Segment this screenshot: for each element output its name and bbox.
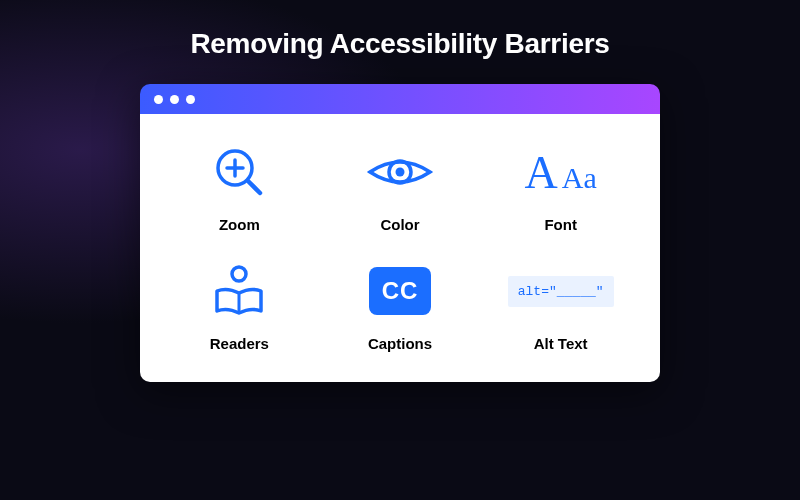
alt-code-snippet: alt="_____" (508, 276, 614, 307)
window-dot (186, 95, 195, 104)
alt-text-icon: alt="_____" (508, 261, 614, 321)
svg-line-3 (248, 181, 260, 193)
features-grid: Zoom Color A Aa Font (140, 114, 660, 382)
feature-label: Readers (210, 335, 269, 352)
eye-icon (365, 142, 435, 202)
reader-icon (209, 261, 269, 321)
svg-point-6 (232, 267, 246, 281)
feature-font[interactable]: A Aa Font (485, 142, 636, 233)
window-titlebar (140, 84, 660, 114)
feature-readers[interactable]: Readers (164, 261, 315, 352)
feature-color[interactable]: Color (325, 142, 476, 233)
feature-label: Alt Text (534, 335, 588, 352)
feature-alttext[interactable]: alt="_____" Alt Text (485, 261, 636, 352)
magnify-plus-icon (211, 142, 267, 202)
cc-badge: CC (369, 267, 431, 315)
feature-label: Color (380, 216, 419, 233)
svg-point-5 (395, 168, 404, 177)
feature-label: Zoom (219, 216, 260, 233)
font-glyph-small: Aa (562, 161, 597, 195)
window-dot (170, 95, 179, 104)
feature-zoom[interactable]: Zoom (164, 142, 315, 233)
feature-label: Captions (368, 335, 432, 352)
cc-icon: CC (369, 261, 431, 321)
feature-captions[interactable]: CC Captions (325, 261, 476, 352)
page-title: Removing Accessibility Barriers (190, 28, 609, 60)
font-glyph-large: A (525, 146, 558, 199)
window-dot (154, 95, 163, 104)
feature-label: Font (544, 216, 576, 233)
font-size-icon: A Aa (525, 142, 597, 202)
accessibility-window: Zoom Color A Aa Font (140, 84, 660, 382)
